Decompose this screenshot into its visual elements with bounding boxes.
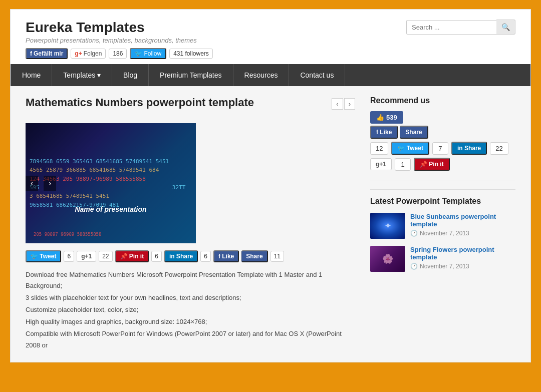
fb-icon: f xyxy=(30,50,32,57)
sidebar-gplus-button[interactable]: g+1 xyxy=(370,158,392,170)
search-input[interactable] xyxy=(406,20,496,35)
gplus-follow-label: Folgen xyxy=(84,50,102,57)
sidebar-pin-count: 1 xyxy=(395,158,411,171)
fb-article-count: 11 xyxy=(270,251,284,262)
slideshow: 7894568 6559 365463 68541685 57489541 54… xyxy=(26,123,196,243)
article-para-3: Customize placeholder text, color, size; xyxy=(26,304,355,315)
recommend-title: Recommend us xyxy=(370,96,515,105)
article-text: Download free Mathematics Numbers Micros… xyxy=(26,269,355,351)
latest-thumb-2: 🌸 xyxy=(370,246,405,272)
purple-thumb: 🌸 xyxy=(370,246,405,272)
sidebar-tweet-count: 12 xyxy=(370,142,388,155)
nav-home[interactable]: Home xyxy=(11,64,52,86)
latest-section: Latest Powerpoint Templates ✦ Blue Sunbe… xyxy=(370,189,515,272)
divider xyxy=(370,181,515,181)
twitter-bird-icon: 🐦 xyxy=(135,50,142,57)
latest-item-2: 🌸 Spring Flowers powerpoint template 🕐 N… xyxy=(370,246,515,272)
pin-button[interactable]: 📌 Pin it xyxy=(115,250,149,262)
latest-info-1: Blue Sunbeams powerpoint template 🕐 Nove… xyxy=(410,213,515,237)
slide-numbers-bottom: 205 98897 96989 588555858 xyxy=(26,231,196,238)
latest-item-1-date: 🕐 November 7, 2013 xyxy=(410,230,515,237)
latest-title: Latest Powerpoint Templates xyxy=(370,189,515,206)
slideshow-prev-button[interactable]: ‹ xyxy=(26,176,38,191)
content-wrapper: Mathematics Numbers powerpoint template … xyxy=(11,86,530,362)
clock-icon-2: 🕐 xyxy=(410,263,418,270)
nav-resources[interactable]: Resources xyxy=(233,64,290,86)
latest-item-2-date: 🕐 November 7, 2013 xyxy=(410,263,515,270)
search-area: 🔍 xyxy=(406,20,515,35)
tweet-button[interactable]: 🐦 Tweet xyxy=(26,250,61,262)
prev-arrow-button[interactable]: ‹ xyxy=(332,98,343,110)
thumbup-icon: 👍 xyxy=(376,114,384,121)
slideshow-next-button[interactable]: › xyxy=(44,176,56,191)
nav-premium[interactable]: Premium Templates xyxy=(149,64,233,86)
share-bar: 🐦 Tweet 6 g+1 22 📌 Pin it 6 in Share 6 f… xyxy=(26,250,355,262)
sidebar-fb-share-button[interactable]: Share xyxy=(400,126,428,139)
navigation: Home Templates ▾ Blog Premium Templates … xyxy=(11,64,530,86)
twitter-follower-count: 431 followers xyxy=(169,49,213,59)
flower-icon: 🌸 xyxy=(382,253,393,264)
search-button[interactable]: 🔍 xyxy=(496,20,515,35)
nav-arrows: ‹ › xyxy=(332,98,355,110)
linkedin-count: 6 xyxy=(200,251,211,262)
gplus-follow-button[interactable]: g+ Folgen xyxy=(71,49,106,59)
article-para-5: Compatible with Microsoft PowerPoint for… xyxy=(26,328,355,350)
fb-like-label: Gefällt mir xyxy=(34,50,63,57)
tweet-count: 6 xyxy=(64,251,74,262)
number-line-2: 4565 25879 366885 68541685 57489541 684 xyxy=(26,166,196,174)
sidebar-share-count: 7 xyxy=(432,142,448,155)
next-arrow-button[interactable]: › xyxy=(344,98,355,110)
sparkle-icon: ✦ xyxy=(384,220,392,231)
header: Eureka Templates Powerpoint presentation… xyxy=(11,10,530,64)
sidebar-fb-like-button[interactable]: f Like xyxy=(370,126,398,139)
sidebar-linkedin-button[interactable]: in Share xyxy=(451,142,487,155)
social-counts-row: 12 🐦 Tweet 7 in Share 22 g+1 1 📌 Pin it xyxy=(370,142,515,171)
gplus-share-count: 22 xyxy=(99,251,112,262)
bottom-numbers: 205 98897 96989 588555858 xyxy=(30,231,192,238)
article-para-4: High quality images and graphics, backgr… xyxy=(26,316,355,327)
latest-item-1-title[interactable]: Blue Sunbeams powerpoint template xyxy=(410,213,515,228)
fb-like-button[interactable]: f Gefällt mir xyxy=(26,48,68,59)
site-title: Eureka Templates xyxy=(26,20,213,36)
latest-item-1: ✦ Blue Sunbeams powerpoint template 🕐 No… xyxy=(370,213,515,239)
twitter-follow-label: Follow xyxy=(144,50,161,57)
fb-article-like-button[interactable]: f Like xyxy=(213,250,239,262)
number-line-5: 3 68541685 57489541 5451 xyxy=(26,192,196,200)
sidebar-gplus-count: 22 xyxy=(490,142,508,155)
main-content: Mathematics Numbers powerpoint template … xyxy=(26,96,355,352)
latest-item-2-title[interactable]: Spring Flowers powerpoint template xyxy=(410,246,515,261)
like-count-box: 👍 539 xyxy=(370,111,403,124)
nav-templates[interactable]: Templates ▾ xyxy=(52,64,112,86)
social-bar: f Gefällt mir g+ Folgen 186 🐦 Follow 431… xyxy=(26,48,213,59)
site-tagline: Powerpoint presentations, templates, bac… xyxy=(26,37,213,44)
pin-count: 6 xyxy=(151,251,162,262)
sidebar: Recommend us 👍 539 f Like Share 12 🐦 Twe… xyxy=(370,96,515,352)
article-title: Mathematics Numbers powerpoint template xyxy=(26,96,254,109)
header-left: Eureka Templates Powerpoint presentation… xyxy=(26,20,213,59)
blue-thumb: ✦ xyxy=(370,213,405,239)
sidebar-pin-button[interactable]: 📌 Pin it xyxy=(414,158,450,171)
like-block: 👍 539 f Like Share xyxy=(370,111,515,139)
latest-info-2: Spring Flowers powerpoint template 🕐 Nov… xyxy=(410,246,515,270)
linkedin-share-button[interactable]: in Share xyxy=(164,250,198,262)
latest-thumb-1: ✦ xyxy=(370,213,405,239)
like-count: 539 xyxy=(386,114,397,121)
fb-article-share-button[interactable]: Share xyxy=(241,250,267,262)
clock-icon-1: 🕐 xyxy=(410,230,418,237)
number-line-1: 7894568 6559 365463 68541685 57489541 54… xyxy=(26,157,196,166)
gplus-icon: g+ xyxy=(75,50,82,57)
recommend-section: Recommend us 👍 539 f Like Share 12 🐦 Twe… xyxy=(370,96,515,171)
nav-contact[interactable]: Contact us xyxy=(289,64,345,86)
nav-blog[interactable]: Blog xyxy=(112,64,149,86)
article-para-2: 3 slides with placeholder text for your … xyxy=(26,292,355,303)
twitter-follow-button[interactable]: 🐦 Follow xyxy=(130,48,166,59)
page-wrapper: Eureka Templates Powerpoint presentation… xyxy=(10,9,531,362)
slide-label: Name of presentation xyxy=(75,205,146,213)
article-para-1: Download free Mathematics Numbers Micros… xyxy=(26,269,355,291)
gplus-count: 186 xyxy=(109,49,127,59)
gplus-share-button[interactable]: g+1 xyxy=(77,251,96,262)
sidebar-tweet-button[interactable]: 🐦 Tweet xyxy=(391,142,429,155)
